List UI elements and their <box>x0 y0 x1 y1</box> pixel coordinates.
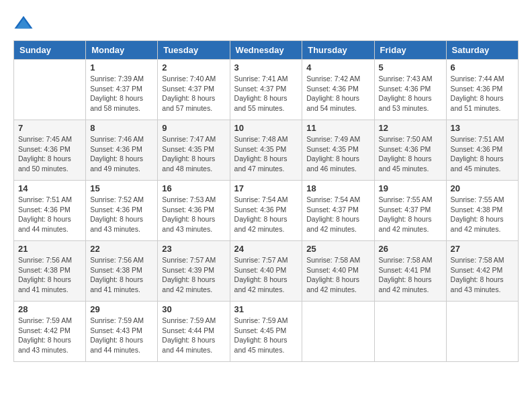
calendar-cell: 8Sunrise: 7:46 AMSunset: 4:36 PMDaylight… <box>86 120 158 181</box>
page-header <box>13 13 519 34</box>
day-number: 8 <box>90 123 153 133</box>
calendar-cell: 11Sunrise: 7:49 AMSunset: 4:35 PMDayligh… <box>302 120 374 181</box>
calendar-cell: 30Sunrise: 7:59 AMSunset: 4:44 PMDayligh… <box>158 302 230 362</box>
calendar-cell: 25Sunrise: 7:58 AMSunset: 4:40 PMDayligh… <box>302 241 374 302</box>
day-info: Sunrise: 7:50 AMSunset: 4:36 PMDaylight:… <box>379 134 442 174</box>
calendar-cell: 22Sunrise: 7:56 AMSunset: 4:38 PMDayligh… <box>86 241 158 302</box>
day-number: 13 <box>451 123 514 133</box>
day-info: Sunrise: 7:39 AMSunset: 4:37 PMDaylight:… <box>90 74 153 113</box>
logo-icon <box>13 13 34 34</box>
calendar-cell: 18Sunrise: 7:54 AMSunset: 4:37 PMDayligh… <box>302 181 374 241</box>
calendar-cell: 9Sunrise: 7:47 AMSunset: 4:35 PMDaylight… <box>158 120 230 181</box>
calendar-cell: 12Sunrise: 7:50 AMSunset: 4:36 PMDayligh… <box>374 120 446 181</box>
calendar-cell: 27Sunrise: 7:58 AMSunset: 4:42 PMDayligh… <box>446 241 518 302</box>
day-number: 24 <box>234 244 298 254</box>
calendar-cell: 31Sunrise: 7:59 AMSunset: 4:45 PMDayligh… <box>230 302 302 362</box>
calendar-cell: 26Sunrise: 7:58 AMSunset: 4:41 PMDayligh… <box>374 241 446 302</box>
day-number: 4 <box>306 62 369 73</box>
calendar-week-row: 7Sunrise: 7:45 AMSunset: 4:36 PMDaylight… <box>14 120 519 181</box>
day-info: Sunrise: 7:42 AMSunset: 4:36 PMDaylight:… <box>306 74 369 113</box>
day-number: 15 <box>90 183 153 193</box>
day-number: 1 <box>90 62 153 73</box>
weekday-header-sunday: Sunday <box>14 41 86 60</box>
calendar-week-row: 21Sunrise: 7:56 AMSunset: 4:38 PMDayligh… <box>14 241 519 302</box>
day-info: Sunrise: 7:47 AMSunset: 4:35 PMDaylight:… <box>162 134 225 174</box>
calendar-cell: 15Sunrise: 7:52 AMSunset: 4:36 PMDayligh… <box>86 181 158 241</box>
day-number: 10 <box>234 123 298 133</box>
day-number: 30 <box>162 304 225 314</box>
day-info: Sunrise: 7:59 AMSunset: 4:43 PMDaylight:… <box>90 316 153 355</box>
calendar-cell: 5Sunrise: 7:43 AMSunset: 4:36 PMDaylight… <box>374 60 446 120</box>
day-info: Sunrise: 7:56 AMSunset: 4:38 PMDaylight:… <box>90 255 153 295</box>
day-info: Sunrise: 7:41 AMSunset: 4:37 PMDaylight:… <box>234 74 298 113</box>
day-info: Sunrise: 7:43 AMSunset: 4:36 PMDaylight:… <box>379 74 442 113</box>
day-number: 22 <box>90 244 153 254</box>
calendar-cell: 16Sunrise: 7:53 AMSunset: 4:36 PMDayligh… <box>158 181 230 241</box>
day-info: Sunrise: 7:45 AMSunset: 4:36 PMDaylight:… <box>18 134 81 174</box>
day-info: Sunrise: 7:55 AMSunset: 4:37 PMDaylight:… <box>379 195 442 234</box>
day-number: 16 <box>162 183 225 193</box>
calendar-cell: 6Sunrise: 7:44 AMSunset: 4:36 PMDaylight… <box>446 60 518 120</box>
day-number: 29 <box>90 304 153 314</box>
calendar-cell: 10Sunrise: 7:48 AMSunset: 4:35 PMDayligh… <box>230 120 302 181</box>
calendar-cell: 1Sunrise: 7:39 AMSunset: 4:37 PMDaylight… <box>86 60 158 120</box>
day-number: 11 <box>306 123 369 133</box>
calendar-cell: 28Sunrise: 7:59 AMSunset: 4:42 PMDayligh… <box>14 302 86 362</box>
day-info: Sunrise: 7:48 AMSunset: 4:35 PMDaylight:… <box>234 134 298 174</box>
calendar-cell: 3Sunrise: 7:41 AMSunset: 4:37 PMDaylight… <box>230 60 302 120</box>
day-number: 3 <box>234 62 298 73</box>
day-number: 25 <box>306 244 369 254</box>
day-info: Sunrise: 7:51 AMSunset: 4:36 PMDaylight:… <box>451 134 514 174</box>
day-number: 31 <box>234 304 298 314</box>
day-info: Sunrise: 7:59 AMSunset: 4:44 PMDaylight:… <box>162 316 225 355</box>
day-number: 21 <box>18 244 81 254</box>
calendar-cell: 21Sunrise: 7:56 AMSunset: 4:38 PMDayligh… <box>14 241 86 302</box>
day-info: Sunrise: 7:58 AMSunset: 4:42 PMDaylight:… <box>451 255 514 295</box>
day-info: Sunrise: 7:54 AMSunset: 4:36 PMDaylight:… <box>234 195 298 234</box>
calendar-cell: 29Sunrise: 7:59 AMSunset: 4:43 PMDayligh… <box>86 302 158 362</box>
day-info: Sunrise: 7:52 AMSunset: 4:36 PMDaylight:… <box>90 195 153 234</box>
day-number: 18 <box>306 183 369 193</box>
weekday-header-monday: Monday <box>86 41 158 60</box>
weekday-header-tuesday: Tuesday <box>158 41 230 60</box>
day-info: Sunrise: 7:58 AMSunset: 4:40 PMDaylight:… <box>306 255 369 295</box>
calendar-cell: 23Sunrise: 7:57 AMSunset: 4:39 PMDayligh… <box>158 241 230 302</box>
calendar-cell: 24Sunrise: 7:57 AMSunset: 4:40 PMDayligh… <box>230 241 302 302</box>
calendar-cell: 19Sunrise: 7:55 AMSunset: 4:37 PMDayligh… <box>374 181 446 241</box>
day-number: 28 <box>18 304 81 314</box>
calendar-cell: 4Sunrise: 7:42 AMSunset: 4:36 PMDaylight… <box>302 60 374 120</box>
calendar-cell: 20Sunrise: 7:55 AMSunset: 4:38 PMDayligh… <box>446 181 518 241</box>
day-info: Sunrise: 7:59 AMSunset: 4:42 PMDaylight:… <box>18 316 81 355</box>
weekday-header-wednesday: Wednesday <box>230 41 302 60</box>
weekday-header-saturday: Saturday <box>446 41 518 60</box>
calendar-cell: 2Sunrise: 7:40 AMSunset: 4:37 PMDaylight… <box>158 60 230 120</box>
day-number: 12 <box>379 123 442 133</box>
day-number: 9 <box>162 123 225 133</box>
day-number: 26 <box>379 244 442 254</box>
calendar-cell: 17Sunrise: 7:54 AMSunset: 4:36 PMDayligh… <box>230 181 302 241</box>
day-number: 20 <box>451 183 514 193</box>
day-number: 23 <box>162 244 225 254</box>
day-number: 14 <box>18 183 81 193</box>
calendar-table: SundayMondayTuesdayWednesdayThursdayFrid… <box>13 40 519 362</box>
day-info: Sunrise: 7:55 AMSunset: 4:38 PMDaylight:… <box>451 195 514 234</box>
logo <box>13 13 36 34</box>
calendar-cell <box>14 60 86 120</box>
calendar-week-row: 1Sunrise: 7:39 AMSunset: 4:37 PMDaylight… <box>14 60 519 120</box>
calendar-cell: 13Sunrise: 7:51 AMSunset: 4:36 PMDayligh… <box>446 120 518 181</box>
day-number: 2 <box>162 62 225 73</box>
day-info: Sunrise: 7:53 AMSunset: 4:36 PMDaylight:… <box>162 195 225 234</box>
day-info: Sunrise: 7:40 AMSunset: 4:37 PMDaylight:… <box>162 74 225 113</box>
day-info: Sunrise: 7:46 AMSunset: 4:36 PMDaylight:… <box>90 134 153 174</box>
day-info: Sunrise: 7:57 AMSunset: 4:40 PMDaylight:… <box>234 255 298 295</box>
day-number: 6 <box>451 62 514 73</box>
calendar-cell <box>302 302 374 362</box>
day-number: 27 <box>451 244 514 254</box>
day-number: 19 <box>379 183 442 193</box>
day-info: Sunrise: 7:59 AMSunset: 4:45 PMDaylight:… <box>234 316 298 355</box>
day-info: Sunrise: 7:58 AMSunset: 4:41 PMDaylight:… <box>379 255 442 295</box>
calendar-cell <box>374 302 446 362</box>
calendar-cell: 14Sunrise: 7:51 AMSunset: 4:36 PMDayligh… <box>14 181 86 241</box>
weekday-header-friday: Friday <box>374 41 446 60</box>
day-info: Sunrise: 7:44 AMSunset: 4:36 PMDaylight:… <box>451 74 514 113</box>
